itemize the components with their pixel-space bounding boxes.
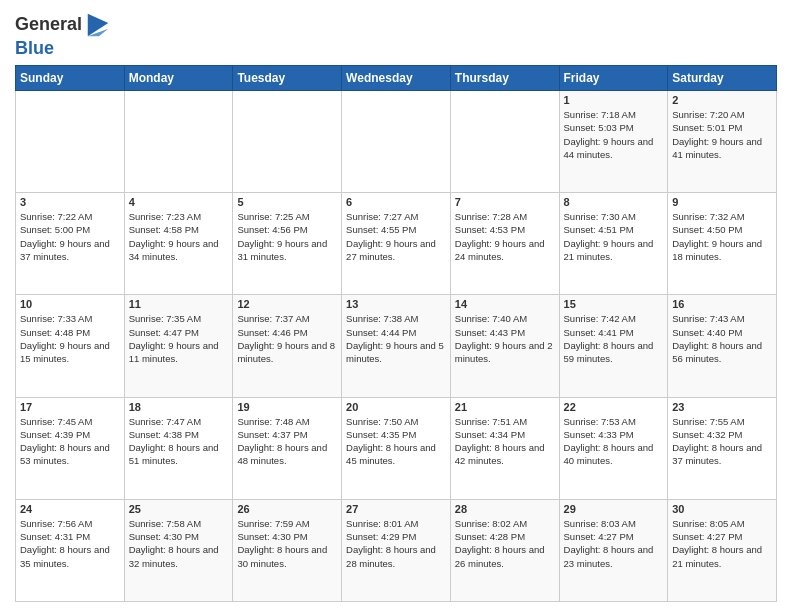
calendar-week-1: 3Sunrise: 7:22 AMSunset: 5:00 PMDaylight… [16,193,777,295]
day-number: 23 [672,401,772,413]
day-header-monday: Monday [124,66,233,91]
day-info: Sunrise: 8:02 AMSunset: 4:28 PMDaylight:… [455,517,555,570]
calendar-cell: 28Sunrise: 8:02 AMSunset: 4:28 PMDayligh… [450,499,559,601]
day-header-thursday: Thursday [450,66,559,91]
calendar-cell: 2Sunrise: 7:20 AMSunset: 5:01 PMDaylight… [668,91,777,193]
day-number: 11 [129,298,229,310]
calendar-cell: 1Sunrise: 7:18 AMSunset: 5:03 PMDaylight… [559,91,668,193]
calendar-cell [233,91,342,193]
calendar-cell: 29Sunrise: 8:03 AMSunset: 4:27 PMDayligh… [559,499,668,601]
day-number: 3 [20,196,120,208]
calendar-cell: 15Sunrise: 7:42 AMSunset: 4:41 PMDayligh… [559,295,668,397]
day-info: Sunrise: 8:01 AMSunset: 4:29 PMDaylight:… [346,517,446,570]
day-header-sunday: Sunday [16,66,125,91]
day-number: 24 [20,503,120,515]
day-number: 27 [346,503,446,515]
day-info: Sunrise: 8:05 AMSunset: 4:27 PMDaylight:… [672,517,772,570]
day-header-friday: Friday [559,66,668,91]
day-info: Sunrise: 7:35 AMSunset: 4:47 PMDaylight:… [129,312,229,365]
calendar-week-4: 24Sunrise: 7:56 AMSunset: 4:31 PMDayligh… [16,499,777,601]
day-info: Sunrise: 7:20 AMSunset: 5:01 PMDaylight:… [672,108,772,161]
day-info: Sunrise: 7:43 AMSunset: 4:40 PMDaylight:… [672,312,772,365]
day-info: Sunrise: 7:38 AMSunset: 4:44 PMDaylight:… [346,312,446,365]
day-number: 1 [564,94,664,106]
calendar-cell: 21Sunrise: 7:51 AMSunset: 4:34 PMDayligh… [450,397,559,499]
day-number: 25 [129,503,229,515]
day-number: 17 [20,401,120,413]
page: General Blue SundayMondayTuesdayWednesda… [0,0,792,612]
day-number: 16 [672,298,772,310]
day-info: Sunrise: 7:32 AMSunset: 4:50 PMDaylight:… [672,210,772,263]
day-number: 10 [20,298,120,310]
calendar-cell: 24Sunrise: 7:56 AMSunset: 4:31 PMDayligh… [16,499,125,601]
day-number: 18 [129,401,229,413]
day-number: 8 [564,196,664,208]
day-info: Sunrise: 7:42 AMSunset: 4:41 PMDaylight:… [564,312,664,365]
day-number: 29 [564,503,664,515]
calendar-cell: 17Sunrise: 7:45 AMSunset: 4:39 PMDayligh… [16,397,125,499]
calendar-cell: 20Sunrise: 7:50 AMSunset: 4:35 PMDayligh… [342,397,451,499]
header: General Blue [15,10,777,59]
day-number: 21 [455,401,555,413]
calendar-header-row: SundayMondayTuesdayWednesdayThursdayFrid… [16,66,777,91]
day-info: Sunrise: 7:37 AMSunset: 4:46 PMDaylight:… [237,312,337,365]
calendar-cell [16,91,125,193]
calendar-week-2: 10Sunrise: 7:33 AMSunset: 4:48 PMDayligh… [16,295,777,397]
logo-blue: Blue [15,38,112,59]
day-number: 5 [237,196,337,208]
calendar-cell: 30Sunrise: 8:05 AMSunset: 4:27 PMDayligh… [668,499,777,601]
day-number: 19 [237,401,337,413]
day-info: Sunrise: 7:53 AMSunset: 4:33 PMDaylight:… [564,415,664,468]
day-info: Sunrise: 7:27 AMSunset: 4:55 PMDaylight:… [346,210,446,263]
calendar-cell: 6Sunrise: 7:27 AMSunset: 4:55 PMDaylight… [342,193,451,295]
day-header-tuesday: Tuesday [233,66,342,91]
calendar-cell: 12Sunrise: 7:37 AMSunset: 4:46 PMDayligh… [233,295,342,397]
day-info: Sunrise: 7:33 AMSunset: 4:48 PMDaylight:… [20,312,120,365]
calendar-cell: 23Sunrise: 7:55 AMSunset: 4:32 PMDayligh… [668,397,777,499]
day-info: Sunrise: 7:23 AMSunset: 4:58 PMDaylight:… [129,210,229,263]
day-info: Sunrise: 7:18 AMSunset: 5:03 PMDaylight:… [564,108,664,161]
day-info: Sunrise: 7:51 AMSunset: 4:34 PMDaylight:… [455,415,555,468]
calendar-cell: 11Sunrise: 7:35 AMSunset: 4:47 PMDayligh… [124,295,233,397]
logo-general: General [15,14,82,35]
calendar-cell: 25Sunrise: 7:58 AMSunset: 4:30 PMDayligh… [124,499,233,601]
day-number: 7 [455,196,555,208]
day-info: Sunrise: 7:45 AMSunset: 4:39 PMDaylight:… [20,415,120,468]
day-number: 28 [455,503,555,515]
calendar-cell: 14Sunrise: 7:40 AMSunset: 4:43 PMDayligh… [450,295,559,397]
calendar-cell: 5Sunrise: 7:25 AMSunset: 4:56 PMDaylight… [233,193,342,295]
day-number: 26 [237,503,337,515]
day-number: 9 [672,196,772,208]
day-info: Sunrise: 7:22 AMSunset: 5:00 PMDaylight:… [20,210,120,263]
calendar-week-3: 17Sunrise: 7:45 AMSunset: 4:39 PMDayligh… [16,397,777,499]
day-header-wednesday: Wednesday [342,66,451,91]
day-number: 15 [564,298,664,310]
day-number: 4 [129,196,229,208]
calendar-cell: 10Sunrise: 7:33 AMSunset: 4:48 PMDayligh… [16,295,125,397]
calendar-cell: 27Sunrise: 8:01 AMSunset: 4:29 PMDayligh… [342,499,451,601]
day-info: Sunrise: 7:28 AMSunset: 4:53 PMDaylight:… [455,210,555,263]
day-info: Sunrise: 7:55 AMSunset: 4:32 PMDaylight:… [672,415,772,468]
day-number: 22 [564,401,664,413]
day-number: 2 [672,94,772,106]
day-info: Sunrise: 7:47 AMSunset: 4:38 PMDaylight:… [129,415,229,468]
day-info: Sunrise: 8:03 AMSunset: 4:27 PMDaylight:… [564,517,664,570]
day-info: Sunrise: 7:40 AMSunset: 4:43 PMDaylight:… [455,312,555,365]
calendar-week-0: 1Sunrise: 7:18 AMSunset: 5:03 PMDaylight… [16,91,777,193]
day-number: 12 [237,298,337,310]
calendar-cell: 19Sunrise: 7:48 AMSunset: 4:37 PMDayligh… [233,397,342,499]
calendar-cell: 3Sunrise: 7:22 AMSunset: 5:00 PMDaylight… [16,193,125,295]
calendar-cell [342,91,451,193]
calendar-cell: 8Sunrise: 7:30 AMSunset: 4:51 PMDaylight… [559,193,668,295]
calendar-table: SundayMondayTuesdayWednesdayThursdayFrid… [15,65,777,602]
day-number: 30 [672,503,772,515]
calendar-cell [450,91,559,193]
calendar-cell: 18Sunrise: 7:47 AMSunset: 4:38 PMDayligh… [124,397,233,499]
day-info: Sunrise: 7:50 AMSunset: 4:35 PMDaylight:… [346,415,446,468]
calendar-cell: 22Sunrise: 7:53 AMSunset: 4:33 PMDayligh… [559,397,668,499]
day-number: 20 [346,401,446,413]
day-info: Sunrise: 7:56 AMSunset: 4:31 PMDaylight:… [20,517,120,570]
logo-icon [84,10,112,38]
day-info: Sunrise: 7:30 AMSunset: 4:51 PMDaylight:… [564,210,664,263]
calendar-cell: 7Sunrise: 7:28 AMSunset: 4:53 PMDaylight… [450,193,559,295]
